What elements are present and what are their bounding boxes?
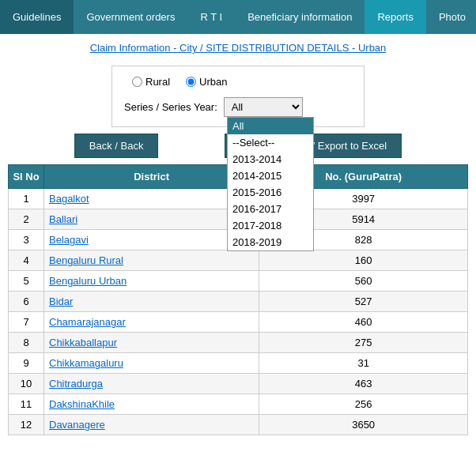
nav-beneficiary[interactable]: Beneficiary information	[235, 0, 365, 34]
series-label: Series / Series Year:	[124, 101, 217, 113]
cell-sl: 12	[9, 415, 44, 435]
rural-radio[interactable]	[132, 77, 142, 87]
district-link[interactable]: Ballari	[49, 213, 77, 225]
district-link[interactable]: Bengaluru Rural	[49, 254, 123, 266]
table-row: 4 Bengaluru Rural 160	[9, 250, 468, 271]
dropdown-opt-all[interactable]: All	[228, 118, 313, 134]
cell-district: Davanagere	[44, 415, 259, 435]
nav-reports[interactable]: Reports	[365, 0, 426, 34]
cell-sl: 2	[9, 209, 44, 230]
cell-sl: 4	[9, 250, 44, 271]
urban-label: Urban	[199, 76, 227, 88]
cell-district: Chikkamagaluru	[44, 353, 259, 374]
dropdown-opt-2016[interactable]: 2016-2017	[228, 201, 313, 217]
district-link[interactable]: DakshinaKhile	[49, 398, 115, 410]
series-select[interactable]: All	[224, 97, 303, 117]
dropdown-opt-2017[interactable]: 2017-2018	[228, 217, 313, 234]
cell-count: 31	[259, 353, 468, 374]
district-link[interactable]: Bidar	[49, 295, 73, 307]
cell-sl: 9	[9, 353, 44, 374]
dropdown-opt-2014[interactable]: 2014-2015	[228, 168, 313, 184]
cell-sl: 8	[9, 333, 44, 353]
cell-sl: 7	[9, 312, 44, 333]
table-row: 9 Chikkamagaluru 31	[9, 353, 468, 374]
cell-district: Chamarajanagar	[44, 312, 259, 333]
district-link[interactable]: Chikkaballapur	[49, 337, 117, 348]
nav-rti[interactable]: R T I	[187, 0, 235, 34]
cell-count: 460	[259, 312, 468, 333]
district-link[interactable]: Bengaluru Urban	[49, 275, 127, 287]
district-link[interactable]: Davanagere	[49, 419, 105, 431]
cell-sl: 10	[9, 374, 44, 394]
dropdown-opt-2018[interactable]: 2018-2019	[228, 234, 313, 250]
district-link[interactable]: Chamarajanagar	[49, 316, 126, 328]
table-row: 5 Bengaluru Urban 560	[9, 271, 468, 292]
nav-bar: Guidelines Government orders R T I Benef…	[0, 0, 476, 34]
cell-district: Chitradurga	[44, 374, 259, 394]
rural-label: Rural	[145, 76, 170, 88]
urban-radio[interactable]	[186, 77, 196, 87]
nav-government-orders[interactable]: Government orders	[74, 0, 187, 34]
district-link[interactable]: Belagavi	[49, 234, 89, 246]
dropdown-opt-2013[interactable]: 2013-2014	[228, 151, 313, 168]
table-row: 11 DakshinaKhile 256	[9, 394, 468, 415]
cell-district: DakshinaKhile	[44, 394, 259, 415]
cell-sl: 11	[9, 394, 44, 415]
table-row: 6 Bidar 527	[9, 292, 468, 312]
series-row: Series / Series Year: All All --Select--…	[124, 97, 352, 117]
back-button[interactable]: Back / Back	[74, 134, 159, 158]
district-link[interactable]: Bagalkot	[49, 193, 89, 205]
breadcrumb-link[interactable]: Claim Information - City / SITE DISTRIBU…	[90, 42, 387, 54]
breadcrumb: Claim Information - City / SITE DISTRIBU…	[0, 34, 476, 62]
cell-count: 3650	[259, 415, 468, 435]
cell-count: 560	[259, 271, 468, 292]
table-row: 12 Davanagere 3650	[9, 415, 468, 435]
cell-district: Bengaluru Urban	[44, 271, 259, 292]
form-area: Rural Urban Series / Series Year: All Al…	[111, 66, 365, 127]
col-sl: Sl No	[9, 165, 44, 189]
cell-sl: 5	[9, 271, 44, 292]
table-row: 7 Chamarajanagar 460	[9, 312, 468, 333]
cell-count: 160	[259, 250, 468, 271]
cell-sl: 6	[9, 292, 44, 312]
dropdown-opt-select[interactable]: --Select--	[228, 134, 313, 151]
cell-count: 527	[259, 292, 468, 312]
table-row: 10 Chitradurga 463	[9, 374, 468, 394]
rural-radio-label[interactable]: Rural	[132, 76, 170, 88]
district-link[interactable]: Chitradurga	[49, 378, 103, 390]
urban-radio-label[interactable]: Urban	[186, 76, 227, 88]
series-dropdown-open[interactable]: All --Select-- 2013-2014 2014-2015 2015-…	[227, 117, 314, 251]
district-link[interactable]: Chikkamagaluru	[49, 357, 123, 369]
cell-sl: 3	[9, 230, 44, 250]
table-row: 8 Chikkaballapur 275	[9, 333, 468, 353]
cell-count: 275	[259, 333, 468, 353]
nav-photo[interactable]: Photo	[426, 0, 476, 34]
dropdown-opt-2015[interactable]: 2015-2016	[228, 184, 313, 201]
cell-sl: 1	[9, 189, 44, 209]
radio-group: Rural Urban	[124, 76, 352, 88]
cell-district: Bengaluru Rural	[44, 250, 259, 271]
cell-district: Chikkaballapur	[44, 333, 259, 353]
cell-district: Bidar	[44, 292, 259, 312]
nav-guidelines[interactable]: Guidelines	[0, 0, 74, 34]
cell-count: 256	[259, 394, 468, 415]
cell-count: 463	[259, 374, 468, 394]
